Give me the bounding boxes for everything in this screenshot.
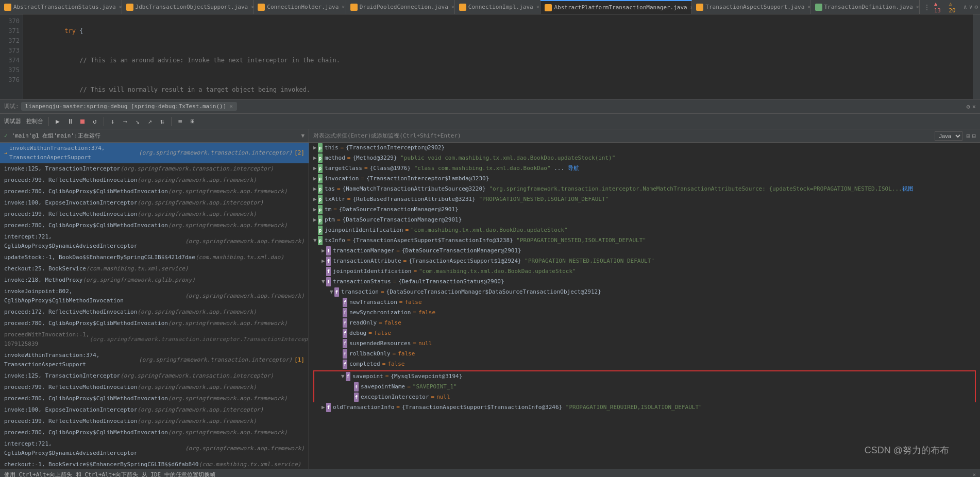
stack-frame-19[interactable]: invoke:100, ExposeInvocationInterceptor …: [0, 404, 309, 416]
var-txInfo-transactionAttribute[interactable]: ▶ f transactionAttribute = {TransactionA…: [309, 256, 980, 266]
tab-close-btn[interactable]: ×: [451, 4, 454, 10]
tab-close-btn[interactable]: ×: [807, 4, 810, 10]
language-selector[interactable]: Java: [935, 131, 962, 141]
var-expand-icon[interactable]: ▶: [322, 257, 325, 266]
var-expand-icon[interactable]: ▶: [313, 195, 317, 204]
var-expand-icon[interactable]: ▼: [330, 287, 333, 297]
close-debug-btn[interactable]: ×: [972, 103, 976, 110]
tab-abstract-transaction-status[interactable]: AbstractTransactionStatus.java ×: [0, 0, 122, 14]
stack-frame-20[interactable]: proceed:199, ReflectiveMethodInvocation …: [0, 416, 309, 427]
var-txInfo-joinpointId[interactable]: f joinpointIdentification = "com.mashibi…: [309, 266, 980, 277]
stack-frame-7[interactable]: intercept:721, CglibAopProxy$DynamicAdvi…: [0, 231, 309, 252]
tab-connection-impl[interactable]: ConnectionImpl.java ×: [455, 0, 541, 14]
stack-frame-13[interactable]: proceed:780, CglibAopProxy$CglibMethodIn…: [0, 318, 309, 329]
stack-frame-11[interactable]: invokeJoinpoint:802, CglibAopProxy$Cglib…: [0, 286, 309, 306]
debugger-tab[interactable]: 调试器: [2, 117, 23, 125]
restart-btn[interactable]: ↺: [89, 116, 100, 127]
var-txInfo-transactionManager[interactable]: ▶ f transactionManager = {DataSourceTran…: [309, 246, 980, 256]
stack-frame-21[interactable]: proceed:780, CglibAopProxy$CglibMethodIn…: [0, 427, 309, 438]
tab-connection-holder[interactable]: ConnectionHolder.java ×: [254, 0, 346, 14]
step-over-btn[interactable]: ↓: [107, 116, 119, 127]
stack-frame-1[interactable]: invoke:125, TransactionInterceptor (org.…: [0, 163, 309, 175]
var-targetClass[interactable]: ▶ p targetClass = {Class@1976} "class co…: [309, 163, 980, 174]
run-to-cursor-btn[interactable]: ⇅: [157, 116, 168, 127]
stack-frame-6[interactable]: proceed:780, CglibAopProxy$CglibMethodIn…: [0, 220, 309, 231]
stack-frame-10[interactable]: invoke:218, MethodProxy (org.springframe…: [0, 275, 309, 286]
session-close-btn[interactable]: ×: [229, 103, 233, 110]
tab-jdbc-transaction[interactable]: JdbcTransactionObjectSupport.java ×: [122, 0, 254, 14]
stack-frame-18[interactable]: proceed:780, CglibAopProxy$CglibMethodIn…: [0, 393, 309, 404]
stack-frame-2[interactable]: proceed:799, ReflectiveMethodInvocation …: [0, 175, 309, 186]
stack-frame-4[interactable]: invoke:100, ExposeInvocationInterceptor …: [0, 197, 309, 209]
var-oldTransactionInfo[interactable]: ▶ f oldTransactionInfo = {TransactionAsp…: [309, 402, 980, 413]
var-debug[interactable]: f debug = false: [309, 328, 980, 338]
resume-btn[interactable]: ▶: [52, 116, 63, 127]
stack-frame-22[interactable]: intercept:721, CglibAopProxy$DynamicAdvi…: [0, 438, 309, 459]
code-scrollbar[interactable]: [973, 14, 980, 99]
step-out-btn[interactable]: ↗: [144, 116, 156, 127]
stack-frame-16[interactable]: invoke:125, TransactionInterceptor (org.…: [0, 370, 309, 382]
var-invocation[interactable]: ▶ p invocation = {TransactionInterceptor…: [309, 174, 980, 184]
var-expand-icon[interactable]: ▼: [313, 236, 317, 245]
console-tab[interactable]: 控制台: [24, 117, 45, 125]
var-method[interactable]: ▶ p method = {Method@3229} "public void …: [309, 153, 980, 163]
var-expand-icon[interactable]: ▼: [341, 372, 345, 381]
force-step-into-btn[interactable]: ↘: [132, 116, 143, 127]
tab-transaction-aspect[interactable]: TransactionAspectSupport.java ×: [692, 0, 810, 14]
evaluate-btn[interactable]: ≡: [175, 116, 186, 127]
tab-close-btn[interactable]: ×: [342, 4, 345, 10]
tab-druid-pooled[interactable]: DruidPooledConnection.java ×: [346, 0, 455, 14]
tab-abstract-platform[interactable]: AbstractPlatformTransactionManager.java …: [540, 0, 692, 14]
stack-frame-3[interactable]: proceed:780, CglibAopProxy$CglibMethodIn…: [0, 186, 309, 197]
var-expand-icon[interactable]: ▶: [313, 154, 317, 163]
var-this[interactable]: ▶ p this = {TransactionInterceptor@2902}: [309, 143, 980, 153]
tab-transaction-definition[interactable]: TransactionDefinition.java ×: [811, 0, 920, 14]
var-expand-icon[interactable]: ▼: [322, 277, 325, 286]
stack-frame-15[interactable]: invokeWithinTransaction:374, Transaction…: [0, 350, 309, 370]
var-suspendedResources[interactable]: f suspendedResources = null: [309, 338, 980, 349]
stack-frame-17[interactable]: proceed:799, ReflectiveMethodInvocation …: [0, 382, 309, 393]
stack-frame-0[interactable]: → invokeWithinTransaction:374, Transacti…: [0, 143, 309, 163]
var-txAttr[interactable]: ▶ p txAttr = {RuleBasedTransactionAttrib…: [309, 194, 980, 205]
var-txStatus-transaction[interactable]: ▼ f transaction = {DataSourceTransaction…: [309, 287, 980, 297]
var-txInfo[interactable]: ▼ p txInfo = {TransactionAspectSupport$T…: [309, 235, 980, 246]
expand-all-icon[interactable]: ⊞: [967, 132, 970, 140]
expand-btn[interactable]: ∧: [964, 4, 967, 10]
filter-icon[interactable]: ▼: [301, 132, 305, 139]
debug-session-tab[interactable]: lianpengju-master:spring-debug [spring-d…: [21, 102, 237, 111]
var-expand-icon[interactable]: ▶: [313, 215, 317, 225]
var-expand-icon[interactable]: ▶: [322, 403, 325, 412]
var-exceptionInterceptor[interactable]: f exceptionInterceptor = null: [314, 392, 975, 402]
stop-btn[interactable]: ⏹: [77, 116, 88, 127]
var-savepoint[interactable]: ▼ f savepoint = {MysqlSavepoint@3194}: [314, 371, 975, 382]
stack-frame-9[interactable]: checkout:25, BookService (com.mashibing.…: [0, 263, 309, 275]
stack-frame-5[interactable]: proceed:199, ReflectiveMethodInvocation …: [0, 209, 309, 220]
pause-btn[interactable]: ⏸: [64, 116, 76, 127]
var-tas[interactable]: ▶ p tas = {NameMatchTransactionAttribute…: [309, 184, 980, 194]
var-newTransaction[interactable]: f newTransaction = false: [309, 297, 980, 308]
var-newSynchronization[interactable]: f newSynchronization = false: [309, 308, 980, 318]
var-readOnly[interactable]: f readOnly = false: [309, 318, 980, 328]
var-savepointName[interactable]: f savepointName = "SAVEPOINT_1": [314, 382, 975, 392]
step-into-btn[interactable]: →: [120, 116, 131, 127]
var-rollbackOnly[interactable]: f rollbackOnly = false: [309, 349, 980, 359]
var-expand-icon[interactable]: ▶: [313, 174, 317, 183]
var-completed[interactable]: f completed = false: [309, 359, 980, 369]
settings-btn[interactable]: ⚙: [967, 103, 970, 110]
watch-btn[interactable]: ⊞: [187, 116, 198, 127]
var-tm[interactable]: ▶ p tm = {DataSourceTransactionManager@2…: [309, 205, 980, 215]
tab-close-btn[interactable]: ×: [916, 4, 919, 10]
tab-close-btn[interactable]: ×: [536, 4, 539, 10]
collapse-btn[interactable]: ∨: [969, 4, 973, 10]
var-expand-icon[interactable]: ▶: [313, 184, 317, 194]
stack-frame-12[interactable]: proceed:172, ReflectiveMethodInvocation …: [0, 306, 309, 318]
var-expand-icon[interactable]: ▶: [313, 205, 317, 214]
settings-icon[interactable]: ⚙: [974, 4, 978, 10]
var-expand-icon[interactable]: ▶: [313, 164, 317, 173]
var-ptm[interactable]: ▶ p ptm = {DataSourceTransactionManager@…: [309, 215, 980, 225]
stack-frame-8[interactable]: updateStock:-1, BookDao$$EnhancerBySprin…: [0, 252, 309, 263]
stack-frame-14[interactable]: proceedWithInvocation:-1, 1079125839 (or…: [0, 329, 309, 350]
stack-frame-23[interactable]: checkout:-1, BookService$$EnhancerBySpri…: [0, 459, 309, 469]
var-expand-icon[interactable]: ▶: [313, 143, 317, 152]
tab-overflow-btn[interactable]: ⋮: [920, 4, 934, 11]
